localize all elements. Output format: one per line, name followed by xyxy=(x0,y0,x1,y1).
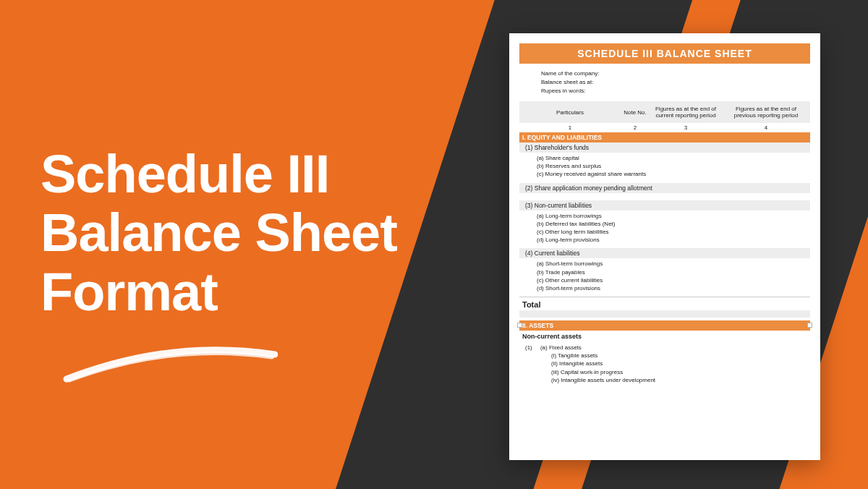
section-assets: II. ASSETS xyxy=(519,320,810,331)
meta-rupees: Rupees in words: xyxy=(541,87,810,95)
underline-swish-icon xyxy=(61,346,278,389)
item-reserves: (b) Reserves and surplus xyxy=(537,162,810,170)
item-shortterm-provisions: (d) Short-term provisions xyxy=(537,284,810,292)
section-equity-liabilities: I. EQUITY AND LIABILITIES xyxy=(519,132,810,143)
num-1: 1 xyxy=(519,124,621,131)
noncurrent-assets-label: Non-current assets xyxy=(519,331,810,342)
shareholders-items: (a) Share capital (b) Reserves and surpl… xyxy=(519,153,810,183)
group-noncurrent-liabilities: (3) Non-current liabilities xyxy=(519,200,810,211)
meta-asat: Balance sheet as at: xyxy=(541,78,810,87)
group-current-liabilities: (4) Current liabilities xyxy=(519,248,810,258)
asset-row-1: (1) (a) Fixed assets xyxy=(525,344,810,352)
noncurrent-items: (a) Long-term borrowings (b) Deferred ta… xyxy=(519,211,810,249)
doc-meta-block: Name of the company: Balance sheet as at… xyxy=(519,64,810,101)
asset-tangible: (i) Tangible assets xyxy=(525,352,810,360)
spacer xyxy=(519,193,810,200)
item-trade-payables: (b) Trade payables xyxy=(537,268,810,276)
page-title: Schedule III Balance Sheet Format xyxy=(41,145,397,321)
group-shareholders-funds: (1) Shareholder's funds xyxy=(519,143,810,153)
document-preview: SCHEDULE III BALANCE SHEET Name of the c… xyxy=(509,33,820,460)
heading-line-1: Schedule III xyxy=(41,145,397,203)
heading-line-3: Format xyxy=(41,263,397,321)
asset-num: (1) xyxy=(525,344,532,351)
doc-table-header: Particulars Note No. Figures as at the e… xyxy=(519,101,810,123)
doc-title: SCHEDULE III BALANCE SHEET xyxy=(519,43,810,64)
item-deferred-tax: (b) Deferred tax liabilities (Net) xyxy=(537,220,810,228)
num-2: 2 xyxy=(621,124,650,131)
asset-intangible-dev: (iv) Intangible assets under development xyxy=(525,376,810,384)
item-shortterm-borrowings: (a) Short-term borrowings xyxy=(537,260,810,268)
doc-table-numrow: 1 2 3 4 xyxy=(519,123,810,132)
item-share-capital: (a) Share capital xyxy=(537,154,810,162)
item-longterm-borrowings: (a) Long-term borrowings xyxy=(537,212,810,220)
col-note: Note No. xyxy=(621,105,650,120)
item-other-current: (c) Other current liabilities xyxy=(537,276,810,284)
num-3: 3 xyxy=(650,124,722,131)
asset-intangible: (ii) Intangible assets xyxy=(525,360,810,367)
fixed-assets-block: (1) (a) Fixed assets (i) Tangible assets… xyxy=(519,342,810,387)
num-4: 4 xyxy=(722,124,810,131)
col-current: Figures as at the end of current reporti… xyxy=(650,101,722,123)
col-previous: Figures as at the end of previous report… xyxy=(722,101,810,123)
total-grey-bar xyxy=(519,310,810,318)
asset-cwip: (iii) Capital work-in progress xyxy=(525,368,810,376)
total-label: Total xyxy=(519,297,810,310)
item-other-longterm: (c) Other long term liabilities xyxy=(537,228,810,236)
heading-line-2: Balance Sheet xyxy=(41,203,397,262)
col-particulars: Particulars xyxy=(519,105,621,120)
current-items: (a) Short-term borrowings (b) Trade paya… xyxy=(519,258,810,297)
item-money-warrants: (c) Money received against share warrant… xyxy=(537,170,810,178)
meta-company: Name of the company: xyxy=(541,69,810,78)
item-longterm-provisions: (d) Long-term provisions xyxy=(537,236,810,244)
asset-fixed: (a) Fixed assets xyxy=(540,344,582,351)
group-share-application: (2) Share application money pending allo… xyxy=(519,183,810,193)
